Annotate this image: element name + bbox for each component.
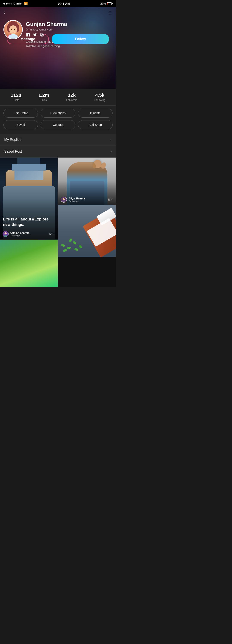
svg-point-12 [5, 232, 7, 234]
my-replies-label: My Replies [4, 138, 21, 142]
stat-following-label: Following [94, 98, 105, 102]
cover-area: ‹ ⋮ [0, 7, 116, 89]
signal-dot-3 [8, 3, 10, 4]
stats-row: 1120 Posts 1.2m Likes 12k Followers 4.5k… [0, 89, 116, 106]
add-shop-button[interactable]: Add Shop [78, 120, 113, 129]
chevron-right-icon-2: › [111, 150, 112, 154]
stat-likes-label: Likes [39, 98, 49, 102]
post-time-1: 2 min ago [10, 234, 30, 237]
signal-dot-4 [11, 3, 12, 4]
signal-dot-1 [4, 3, 5, 4]
saved-post-item[interactable]: Saved Post › [0, 146, 116, 158]
contact-button[interactable]: Contact [41, 120, 75, 129]
status-right: 20% [100, 2, 113, 5]
insights-button[interactable]: Insights [78, 108, 113, 118]
nav-bar: ‹ ⋮ [0, 7, 116, 18]
stat-likes: 1.2m Likes [39, 92, 49, 102]
profile-email: Omninos@gmail.com [26, 28, 113, 31]
photo-quote-1: Life is all about #Explore new things. [3, 216, 55, 227]
list-section: My Replies › Saved Post › [0, 134, 116, 158]
photo-col-left: Life is all about #Explore new things. G… [0, 158, 58, 287]
saved-post-label: Saved Post [4, 150, 22, 154]
svg-point-6 [14, 29, 15, 30]
signal-indicator [4, 3, 12, 4]
carrier-label: Carrier [14, 2, 23, 5]
stat-posts-number: 1120 [11, 92, 21, 98]
post-card-green[interactable] [0, 240, 58, 287]
profile-info: Gunjan Sharma Omninos@gmail.com [4, 20, 113, 48]
photo-user-1: Gunjan Sharma 2 min ago 56 ♡ [3, 231, 55, 237]
stat-followers-number: 12k [66, 92, 77, 98]
post-card-1[interactable]: Life is all about #Explore new things. G… [0, 158, 58, 239]
post-avatar-1 [3, 231, 9, 237]
my-replies-item[interactable]: My Replies › [0, 134, 116, 146]
photo-col-right: Aliya Sharma 2 min ago 56 ♡ [58, 158, 116, 287]
back-button[interactable]: ‹ [4, 10, 5, 15]
saved-button[interactable]: Saved [4, 120, 38, 129]
follow-button[interactable]: Follow [52, 34, 109, 44]
promotions-button[interactable]: Promotions [41, 108, 75, 118]
action-grid: Edit Profile Promotions Insights Saved C… [0, 106, 116, 134]
battery-icon [107, 2, 113, 5]
stat-likes-number: 1.2m [39, 92, 49, 98]
wifi-icon: 📶 [24, 2, 28, 5]
status-bar: Carrier 📶 9:41 AM 20% [0, 0, 116, 7]
more-menu-button[interactable]: ⋮ [108, 10, 113, 15]
chevron-right-icon: › [111, 138, 112, 142]
stat-following: 4.5k Following [94, 92, 105, 102]
svg-point-5 [11, 29, 12, 30]
svg-point-4 [9, 25, 17, 34]
action-row-1: Edit Profile Promotions Insights [4, 108, 113, 118]
edit-profile-button[interactable]: Edit Profile [4, 108, 38, 118]
profile-name: Gunjan Sharma [26, 21, 113, 28]
action-row-2: Saved Contact Add Shop [4, 120, 113, 129]
photo-grid: Life is all about #Explore new things. G… [0, 158, 116, 287]
message-button[interactable]: Message [7, 34, 49, 44]
heart-icon-1: ♡ [53, 232, 55, 236]
post-likes-2: 56 ♡ [108, 198, 113, 201]
cover-gradient [0, 46, 116, 89]
heart-icon-2: ♡ [111, 198, 113, 201]
stat-posts-label: Posts [11, 98, 21, 102]
photo-user-2: Aliya Sharma 2 min ago 56 ♡ [61, 197, 113, 203]
action-buttons: Message Follow [7, 34, 109, 44]
stat-followers-label: Followers [66, 98, 77, 102]
post-username-2: Aliya Sharma [69, 197, 85, 200]
stat-following-number: 4.5k [94, 92, 105, 98]
clock: 9:41 AM [58, 2, 70, 5]
post-card-3[interactable] [58, 205, 116, 257]
post-card-2[interactable]: Aliya Sharma 2 min ago 56 ♡ [58, 158, 116, 205]
svg-rect-18 [64, 198, 65, 198]
post-avatar-2 [61, 197, 67, 203]
post-username-1: Gunjan Sharma [10, 232, 30, 234]
status-left: Carrier 📶 [4, 2, 28, 5]
svg-rect-17 [63, 198, 63, 198]
stat-posts: 1120 Posts [11, 92, 21, 102]
stat-followers: 12k Followers [66, 92, 77, 102]
post-time-2: 2 min ago [69, 200, 85, 202]
signal-dot-2 [6, 3, 8, 4]
post-likes-1: 56 ♡ [49, 232, 55, 236]
battery-percent: 20% [100, 2, 106, 5]
